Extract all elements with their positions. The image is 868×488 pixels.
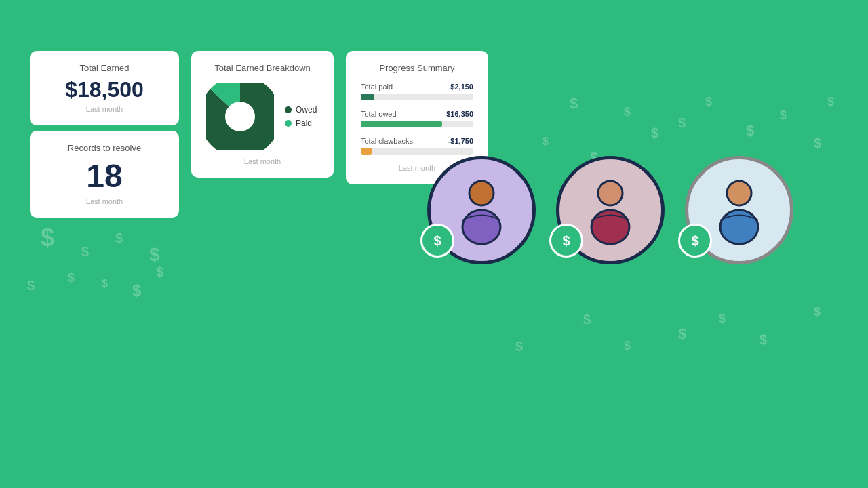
- avatars-area: $ $ $: [427, 156, 793, 264]
- total-owed-amount: $16,350: [446, 110, 473, 118]
- legend-owed: Owed: [285, 105, 317, 115]
- paid-label: Paid: [296, 119, 312, 128]
- total-owed-bar-bg: [361, 121, 473, 127]
- records-value: 18: [45, 157, 164, 195]
- total-paid-row: Total paid $2,150: [361, 83, 473, 91]
- total-earned-value: $18,500: [45, 77, 164, 102]
- avatar-2: $: [556, 156, 665, 264]
- pie-card-subtitle: Last month: [206, 157, 319, 165]
- total-owed-label: Total owed: [361, 110, 397, 118]
- person-icon-2: [576, 173, 644, 247]
- dollar-badge-3: $: [678, 224, 712, 258]
- total-paid-label: Total paid: [361, 83, 393, 91]
- owed-label: Owed: [296, 105, 317, 115]
- pie-card-title: Total Earned Breakdown: [206, 63, 319, 73]
- person-icon-1: [448, 173, 515, 247]
- svg-point-3: [469, 181, 494, 205]
- svg-point-2: [225, 102, 255, 131]
- total-clawbacks-label: Total clawbacks: [361, 137, 413, 145]
- total-clawbacks-amount: -$1,750: [448, 137, 473, 145]
- svg-point-7: [727, 181, 751, 205]
- records-to-resolve-card: Records to resolve 18 Last month: [30, 131, 179, 218]
- pie-legend: Owed Paid: [285, 105, 317, 128]
- pie-chart-card: Total Earned Breakdown Owed Paid: [191, 51, 334, 178]
- pie-chart: [206, 83, 274, 150]
- total-paid-bar-bg: [361, 94, 473, 100]
- total-owed-row: Total owed $16,350: [361, 110, 473, 118]
- total-earned-card: Total Earned $18,500 Last month: [30, 51, 179, 125]
- records-title: Records to resolve: [45, 143, 164, 153]
- paid-dot: [285, 120, 292, 127]
- left-column: Total Earned $18,500 Last month Records …: [30, 51, 179, 218]
- total-owed-bar-fill: [361, 121, 442, 127]
- pie-area: Owed Paid: [206, 83, 319, 150]
- total-clawbacks-bar-fill: [361, 148, 372, 155]
- total-clawbacks-section: Total clawbacks -$1,750: [361, 137, 473, 155]
- total-paid-section: Total paid $2,150: [361, 83, 473, 100]
- total-paid-bar-fill: [361, 94, 374, 100]
- total-earned-subtitle: Last month: [45, 105, 164, 113]
- dollar-badge-2: $: [549, 224, 583, 258]
- cards-area: Total Earned $18,500 Last month Records …: [30, 51, 488, 218]
- progress-title: Progress Summary: [361, 63, 473, 73]
- total-clawbacks-bar-bg: [361, 148, 473, 155]
- dollar-badge-1: $: [420, 224, 454, 258]
- owed-dot: [285, 106, 292, 113]
- svg-point-5: [598, 181, 623, 205]
- total-owed-section: Total owed $16,350: [361, 110, 473, 127]
- total-earned-title: Total Earned: [45, 63, 164, 73]
- total-paid-amount: $2,150: [450, 83, 473, 91]
- total-clawbacks-row: Total clawbacks -$1,750: [361, 137, 473, 145]
- records-subtitle: Last month: [45, 197, 164, 205]
- avatar-3: $: [685, 156, 793, 264]
- avatar-1: $: [427, 156, 536, 264]
- legend-paid: Paid: [285, 119, 317, 128]
- person-icon-3: [705, 173, 773, 247]
